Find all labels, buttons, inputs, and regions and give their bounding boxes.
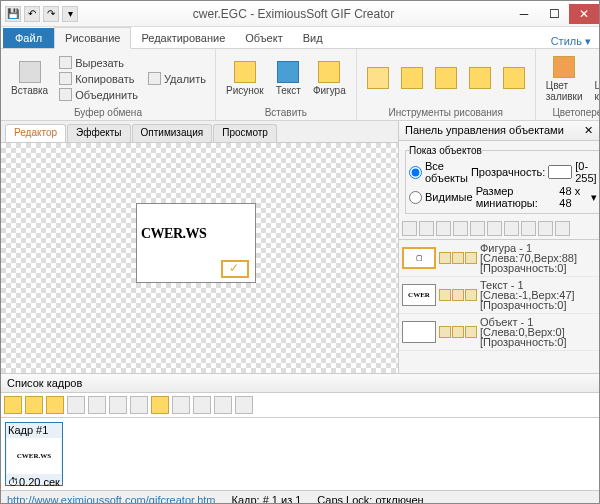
window-title: cwer.EGC - EximiousSoft GIF Creator [78, 7, 509, 21]
cut-icon [59, 56, 72, 69]
brush-icon [401, 67, 423, 89]
thumb-size-dropdown[interactable]: 48 x 48 [559, 185, 587, 209]
radio-all-objects[interactable] [409, 166, 422, 179]
quick-access-toolbar: 💾 ↶ ↷ ▾ [5, 6, 78, 22]
tab-view[interactable]: Вид [293, 28, 333, 48]
frame-label: Кадр #1 [6, 423, 62, 437]
objects-list: ▢ Фигура - 1[Слева:70,Верх:88][Прозрачно… [399, 240, 599, 351]
tool-2[interactable] [419, 221, 434, 236]
tool-1[interactable] [402, 221, 417, 236]
canvas-content[interactable]: CWER.WS [136, 203, 256, 283]
frame-first-icon[interactable] [172, 396, 190, 414]
close-button[interactable]: ✕ [569, 4, 599, 24]
editor-pane: Редактор Эффекты Оптимизация Просмотр CW… [1, 121, 399, 373]
qat-dropdown-icon[interactable]: ▾ [62, 6, 78, 22]
object-thumb [402, 321, 436, 343]
tool-eraser[interactable] [465, 65, 495, 93]
ribbon-group-color: Цвет заливки Цвет контура Цветопередача [536, 49, 600, 120]
object-row[interactable]: CWER Текст - 1[Слева:-1,Верх:47][Прозрач… [399, 277, 599, 314]
object-thumb: ▢ [402, 247, 436, 269]
delete-icon [148, 72, 161, 85]
tool-pencil[interactable] [431, 65, 461, 93]
tool-brush[interactable] [397, 65, 427, 93]
file-tab[interactable]: Файл [3, 28, 54, 48]
tool-7[interactable] [504, 221, 519, 236]
object-thumb: CWER [402, 284, 436, 306]
frame-next-icon[interactable] [214, 396, 232, 414]
fillcolor-button[interactable]: Цвет заливки [542, 54, 587, 104]
frame-thumb: CWER.WS [7, 438, 61, 474]
outlinecolor-button[interactable]: Цвет контура [591, 54, 600, 104]
eye-icon[interactable] [439, 326, 451, 338]
frame-tool-8[interactable] [151, 396, 169, 414]
tab-drawing[interactable]: Рисование [54, 27, 131, 49]
status-link[interactable]: http://www.eximioussoft.com/gifcreator.h… [7, 494, 215, 505]
frame-last-icon[interactable] [235, 396, 253, 414]
frame-tool-4[interactable] [67, 396, 85, 414]
tool-6[interactable] [487, 221, 502, 236]
tool-9[interactable] [538, 221, 553, 236]
tab-effects[interactable]: Эффекты [67, 124, 130, 142]
tab-editing[interactable]: Редактирование [131, 28, 235, 48]
cursor-icon [367, 67, 389, 89]
frames-header: Список кадров [1, 374, 599, 393]
tool-10[interactable] [555, 221, 570, 236]
radio-visible[interactable] [409, 191, 422, 204]
type-icon [465, 326, 477, 338]
object-row[interactable]: Объект - 1[Слева:0,Верх:0][Прозрачность:… [399, 314, 599, 351]
figure-button[interactable]: Фигура [309, 59, 350, 98]
bucket-icon [503, 67, 525, 89]
text-button[interactable]: Текст [272, 59, 305, 98]
frame-tool-2[interactable] [25, 396, 43, 414]
ribbon-tabs: Файл Рисование Редактирование Объект Вид… [1, 27, 599, 49]
pencil-icon [435, 67, 457, 89]
frame-item[interactable]: Кадр #1 CWER.WS ⏱0.20 сек [5, 422, 63, 486]
status-capslock: Caps Lock: отключен [317, 494, 423, 505]
tool-3[interactable] [436, 221, 451, 236]
merge-button[interactable]: Объединить [56, 87, 141, 102]
frame-tool-1[interactable] [4, 396, 22, 414]
lock-icon[interactable] [452, 252, 464, 264]
qat-redo-icon[interactable]: ↷ [43, 6, 59, 22]
panel-close-icon[interactable]: ✕ [584, 124, 593, 137]
frame-tool-6[interactable] [109, 396, 127, 414]
canvas-stamp-icon [221, 260, 249, 278]
tool-8[interactable] [521, 221, 536, 236]
tool-5[interactable] [470, 221, 485, 236]
copy-button[interactable]: Копировать [56, 71, 141, 86]
tool-4[interactable] [453, 221, 468, 236]
style-dropdown[interactable]: Стиль ▾ [551, 35, 591, 48]
tool-select[interactable] [363, 65, 393, 93]
tab-editor[interactable]: Редактор [5, 124, 66, 142]
group-label-drawtools: Инструменты рисования [363, 106, 529, 118]
cut-button[interactable]: Вырезать [56, 55, 141, 70]
tab-optimization[interactable]: Оптимизация [132, 124, 213, 142]
maximize-button[interactable]: ☐ [539, 4, 569, 24]
group-label-color: Цветопередача [542, 106, 600, 118]
object-info: Фигура - 1[Слева:70,Верх:88][Прозрачност… [480, 243, 577, 273]
qat-save-icon[interactable]: 💾 [5, 6, 21, 22]
frame-tool-5[interactable] [88, 396, 106, 414]
tab-object[interactable]: Объект [235, 28, 292, 48]
frame-prev-icon[interactable] [193, 396, 211, 414]
frame-time: ⏱0.20 сек [6, 475, 62, 489]
type-icon [465, 252, 477, 264]
canvas[interactable]: CWER.WS [1, 143, 398, 373]
qat-undo-icon[interactable]: ↶ [24, 6, 40, 22]
object-row[interactable]: ▢ Фигура - 1[Слева:70,Верх:88][Прозрачно… [399, 240, 599, 277]
lock-icon[interactable] [452, 326, 464, 338]
minimize-button[interactable]: ─ [509, 4, 539, 24]
ribbon-group-insert: Рисунок Текст Фигура Вставить [216, 49, 357, 120]
picture-button[interactable]: Рисунок [222, 59, 268, 98]
paste-button[interactable]: Вставка [7, 59, 52, 98]
ribbon: Вставка Вырезать Копировать Объединить У… [1, 49, 599, 121]
eye-icon[interactable] [439, 289, 451, 301]
frame-tool-3[interactable] [46, 396, 64, 414]
lock-icon[interactable] [452, 289, 464, 301]
opacity-input[interactable] [548, 165, 572, 179]
tab-preview[interactable]: Просмотр [213, 124, 277, 142]
delete-button[interactable]: Удалить [145, 71, 209, 86]
tool-fill[interactable] [499, 65, 529, 93]
frame-tool-7[interactable] [130, 396, 148, 414]
eye-icon[interactable] [439, 252, 451, 264]
